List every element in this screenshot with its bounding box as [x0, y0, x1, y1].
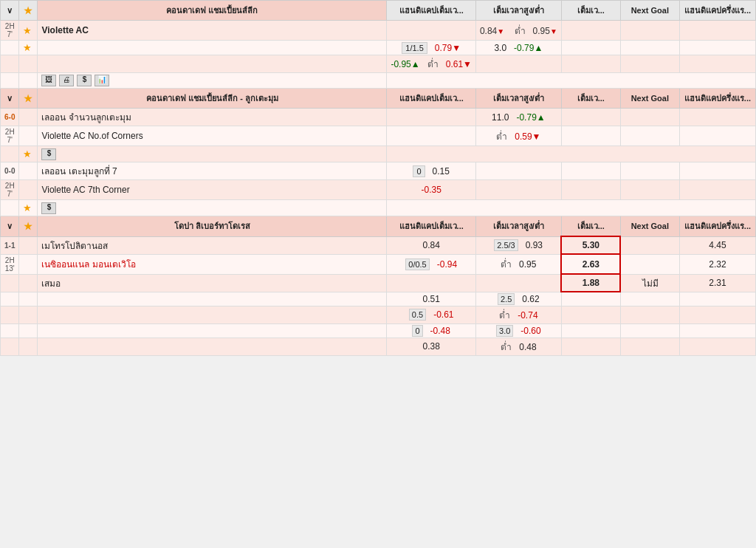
main-table: ∨ ★ คอนดาเดฟ แชมเปี้ยนส์ลีก แฮนดิแคปเต็ม… — [0, 0, 756, 356]
section3-half7 — [679, 338, 755, 355]
section2b-next1 — [620, 162, 679, 180]
section2b-dollar-icon[interactable]: $ — [41, 202, 56, 214]
star-cell2[interactable]: ★ — [19, 41, 38, 55]
next-1 — [620, 21, 679, 41]
section2-ou2: ต่ำ 0.59▼ — [475, 126, 561, 146]
section2-chevron[interactable]: ∨ — [1, 89, 19, 109]
section2-next-header: Next Goal — [620, 89, 679, 109]
section3-next-header: Next Goal — [620, 216, 679, 237]
star-icon[interactable]: ★ — [24, 5, 32, 16]
section3-draw-row: เสมอ 1.88 ไม่มี 2.31 — [1, 274, 756, 292]
star-cell[interactable]: ★ — [19, 21, 38, 41]
section3-handicap4: 0.51 — [387, 292, 476, 306]
section3-empty1 — [1, 274, 19, 292]
section3-chevron[interactable]: ∨ — [1, 216, 19, 237]
section2-half2 — [679, 126, 755, 146]
section2b-empty — [19, 162, 38, 180]
section2-star-row: ★ $ — [1, 146, 756, 162]
section2-next2 — [620, 126, 679, 146]
section3-handicap2: 0/0.5 -0.94 — [387, 254, 476, 274]
section3-handicap7: 0.38 — [387, 338, 476, 355]
section3-empty4 — [38, 292, 387, 306]
section2-team1-row: 6-0 เลออน จำนวนลูกเตะมุม 11.0 -0.79▲ — [1, 109, 756, 126]
section3-handicap6: 0 -0.48 — [387, 323, 476, 338]
col-next-header: Next Goal — [620, 1, 679, 21]
section2b-team1: เลออน เตะมุมลูกที่ 7 — [38, 162, 387, 180]
section3-draw: เสมอ — [38, 274, 387, 292]
section3-half-header: แฮนดิแคปครึ่งแร... — [679, 216, 755, 237]
col-check-header: ∨ — [1, 1, 19, 21]
section2-star[interactable] — [19, 109, 38, 126]
section2-team1: เลออน จำนวนลูกเตะมุม — [38, 109, 387, 126]
section2b-next2 — [620, 180, 679, 200]
section2b-empty4 — [387, 200, 756, 216]
ou-val-1: 0.84▼ ต่ำ 0.95▼ — [475, 21, 561, 41]
section3-next6 — [620, 323, 679, 338]
section2-tools: $ — [38, 146, 387, 162]
section3-star-header[interactable]: ★ — [19, 216, 38, 237]
empty7 — [19, 73, 38, 89]
chevron-icon[interactable]: ∨ — [7, 6, 13, 15]
section2b-ou1 — [475, 162, 561, 180]
section2-empty2 — [387, 146, 756, 162]
section3-ou6: 3.0 -0.60 — [475, 323, 561, 338]
section2-dollar-icon[interactable]: $ — [41, 148, 56, 160]
section2-handicap-header: แฮนดิแคปเต็มเว... — [387, 89, 476, 109]
section2-handicap2 — [387, 126, 476, 146]
section3-header-row: ∨ ★ โดปา ลิเบอร์ทาโดเรส แฮนดิแคปเต็มเว..… — [1, 216, 756, 237]
time-cell: 2H7' — [1, 21, 19, 41]
section2-full1 — [561, 109, 620, 126]
empty5 — [38, 55, 387, 73]
full-3 — [561, 55, 620, 73]
section2b-full2 — [561, 180, 620, 200]
tool-dollar-icon[interactable]: $ — [77, 75, 92, 86]
next-2 — [620, 41, 679, 55]
section3-team2-row: 2H13' เนซิออนแนล มอนเตเวิโอ 0/0.5 -0.94 … — [1, 254, 756, 274]
section2b-half2 — [679, 180, 755, 200]
section3-star1[interactable] — [19, 236, 38, 254]
section3-ou5: ต่ำ -0.74 — [475, 306, 561, 323]
tool-print-icon[interactable]: 🖨 — [59, 75, 74, 86]
col-handicap-header: แฮนดิแคปเต็มเว... — [387, 1, 476, 21]
section3-star3[interactable] — [19, 274, 38, 292]
tools-cell: 🖼 🖨 $ 📊 — [38, 73, 387, 89]
handicap-odds-1[interactable]: 0.84 — [480, 26, 497, 36]
section2-star[interactable]: ★ — [19, 89, 38, 109]
section3-ou7: ต่ำ 0.48 — [475, 338, 561, 355]
section3-row7: 0.38 ต่ำ 0.48 — [1, 338, 756, 355]
next-3 — [620, 55, 679, 73]
section2-empty1 — [1, 146, 19, 162]
tool-image-icon[interactable]: 🖼 — [41, 75, 56, 86]
section2b-half1 — [679, 162, 755, 180]
section3-next5 — [620, 306, 679, 323]
col-star-header: ★ — [19, 1, 38, 21]
section3-half5 — [679, 306, 755, 323]
section3-ou2: ต่ำ 0.95 — [475, 254, 561, 274]
section3-next2 — [620, 254, 679, 274]
section3-empty3 — [19, 292, 38, 306]
section3-empty11 — [1, 338, 19, 355]
section3-full1: 5.30 — [561, 236, 620, 254]
section1-tools-row: 🖼 🖨 $ 📊 — [1, 73, 756, 89]
section3-empty9 — [19, 323, 38, 338]
section2b-star4[interactable]: ★ — [19, 200, 38, 216]
section3-time: 2H13' — [1, 254, 19, 274]
half-3 — [679, 55, 755, 73]
section1-row3: -0.95▲ ต่ำ 0.61▼ — [1, 55, 756, 73]
ou-odds-1[interactable]: 0.95 — [533, 26, 550, 36]
section3-row5: 0.5 -0.61 ต่ำ -0.74 — [1, 306, 756, 323]
section2-star2[interactable] — [19, 126, 38, 146]
tool-chart-icon[interactable]: 📊 — [94, 75, 109, 86]
section3-empty5 — [1, 306, 19, 323]
section3-row6: 0 -0.48 3.0 -0.60 — [1, 323, 756, 338]
half-1 — [679, 21, 755, 41]
section2-star3[interactable]: ★ — [19, 146, 38, 162]
section3-star2[interactable] — [19, 254, 38, 274]
section1-row2: ★ 1/1.5 0.79▼ 3.0 -0.79▲ — [1, 41, 756, 55]
section3-full3: 1.88 — [561, 274, 620, 292]
section3-empty7 — [38, 306, 387, 323]
section3-title: โดปา ลิเบอร์ทาโดเรส — [38, 216, 387, 237]
section3-ou3 — [475, 274, 561, 292]
ou-row2: 3.0 -0.79▲ — [475, 41, 561, 55]
section3-empty8 — [1, 323, 19, 338]
